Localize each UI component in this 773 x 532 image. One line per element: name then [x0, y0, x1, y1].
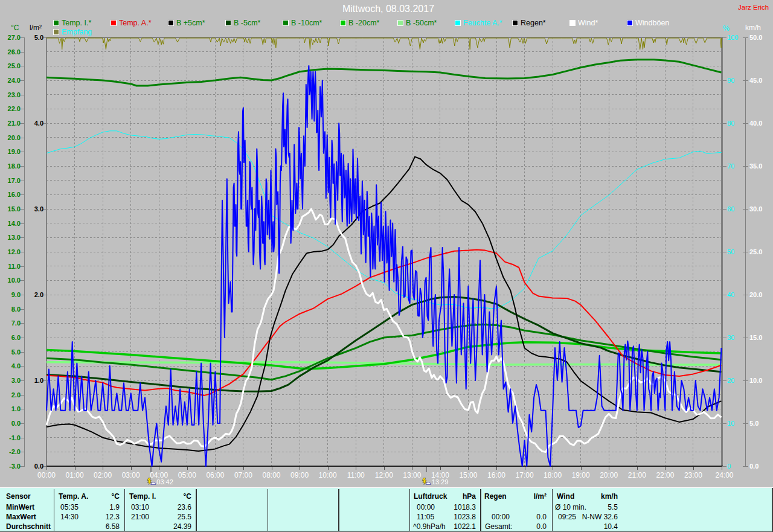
svg-text:Jarz Erich: Jarz Erich	[738, 4, 769, 11]
svg-text:00:00: 00:00	[492, 513, 510, 521]
svg-text:B -10cm*: B -10cm*	[291, 19, 322, 27]
svg-text:3.0: 3.0	[34, 205, 43, 213]
svg-text:Feuchte A.*: Feuchte A.*	[463, 19, 502, 27]
svg-text:km/h: km/h	[745, 24, 761, 32]
svg-text:-1.0: -1.0	[9, 434, 21, 441]
svg-text:0: 0	[727, 463, 731, 470]
svg-text:2.0: 2.0	[34, 291, 43, 298]
svg-text:50.0: 50.0	[749, 34, 762, 41]
svg-text:Mittwoch, 08.03.2017: Mittwoch, 08.03.2017	[342, 4, 434, 14]
svg-text:Temp. A.*: Temp. A.*	[119, 19, 152, 27]
svg-text:Luftdruck: Luftdruck	[414, 492, 447, 501]
svg-text:13.0: 13.0	[8, 234, 21, 241]
svg-text:^0.9hPa/h: ^0.9hPa/h	[413, 522, 446, 531]
svg-text:25.0: 25.0	[749, 248, 762, 255]
svg-text:B +5cm*: B +5cm*	[176, 19, 205, 27]
svg-text:12:00: 12:00	[375, 471, 393, 479]
svg-text:11:05: 11:05	[417, 513, 434, 521]
svg-text:B -5cm*: B -5cm*	[234, 19, 261, 27]
svg-text:5.0: 5.0	[749, 420, 759, 427]
svg-text:20:00: 20:00	[600, 471, 618, 479]
svg-text:16.0: 16.0	[8, 191, 21, 198]
svg-text:B -50cm*: B -50cm*	[406, 19, 437, 27]
svg-text:-3.0: -3.0	[9, 463, 21, 470]
svg-text:Temp. I.: Temp. I.	[129, 492, 156, 501]
svg-text:40.0: 40.0	[749, 120, 762, 127]
svg-text:7.0: 7.0	[11, 319, 21, 327]
svg-text:1.0: 1.0	[11, 405, 21, 412]
svg-text:21:00: 21:00	[628, 471, 646, 479]
svg-text:40: 40	[727, 291, 734, 298]
svg-text:18.0: 18.0	[8, 162, 21, 170]
svg-text:13:29: 13:29	[432, 478, 449, 486]
svg-text:%: %	[723, 24, 730, 33]
svg-text:6.58: 6.58	[106, 522, 120, 531]
svg-text:21:00: 21:00	[131, 513, 149, 521]
svg-text:Wind*: Wind*	[578, 19, 598, 27]
svg-text:0.0: 0.0	[749, 463, 759, 470]
svg-text:15:00: 15:00	[459, 471, 477, 479]
svg-text:4.0: 4.0	[11, 362, 21, 370]
svg-text:00:00: 00:00	[37, 471, 56, 479]
svg-text:14.0: 14.0	[8, 220, 21, 227]
svg-text:1.9: 1.9	[109, 503, 120, 511]
svg-text:5.5: 5.5	[608, 503, 618, 511]
svg-text:08:00: 08:00	[262, 471, 280, 479]
svg-text:19.0: 19.0	[8, 148, 21, 155]
svg-text:MaxWert: MaxWert	[6, 513, 36, 521]
svg-text:23.0: 23.0	[8, 91, 21, 98]
svg-text:MinWert: MinWert	[6, 503, 34, 511]
svg-text:05:00: 05:00	[178, 471, 196, 479]
svg-text:02:00: 02:00	[94, 471, 112, 479]
svg-text:6.0: 6.0	[11, 334, 21, 341]
svg-text:0.0: 0.0	[34, 463, 43, 470]
svg-text:3.0: 3.0	[11, 377, 21, 384]
svg-text:Regen*: Regen*	[521, 19, 546, 27]
svg-text:15.0: 15.0	[8, 205, 21, 213]
svg-text:10.4: 10.4	[604, 522, 618, 531]
svg-text:0.0: 0.0	[536, 513, 547, 521]
svg-text:2.0: 2.0	[11, 391, 21, 399]
svg-text:80: 80	[727, 120, 734, 127]
svg-text:26.0: 26.0	[8, 48, 21, 56]
svg-text:l/m²: l/m²	[30, 24, 42, 32]
svg-text:30.0: 30.0	[749, 205, 762, 213]
svg-text:22:00: 22:00	[656, 471, 674, 479]
svg-text:5.0: 5.0	[11, 348, 21, 356]
svg-text:30: 30	[727, 334, 734, 341]
svg-text:06:00: 06:00	[206, 471, 224, 479]
svg-text:03:42: 03:42	[156, 478, 173, 486]
svg-text:10.0: 10.0	[749, 377, 762, 384]
svg-text:N-NW 32.6: N-NW 32.6	[582, 513, 618, 521]
svg-text:Gesamt:: Gesamt:	[485, 522, 512, 531]
svg-text:09:00: 09:00	[290, 471, 309, 479]
svg-text:21.0: 21.0	[8, 120, 21, 127]
svg-text:Sensor: Sensor	[6, 492, 31, 501]
svg-text:17.0: 17.0	[8, 177, 21, 184]
svg-text:°C: °C	[184, 492, 192, 501]
svg-text:-2.0: -2.0	[9, 448, 21, 455]
svg-text:15.0: 15.0	[749, 334, 762, 341]
svg-text:07:00: 07:00	[234, 471, 252, 479]
svg-text:60: 60	[727, 205, 734, 213]
svg-text:Ø 10 min.: Ø 10 min.	[555, 503, 586, 511]
svg-text:18:00: 18:00	[544, 471, 562, 479]
svg-text:20: 20	[727, 377, 734, 384]
svg-text:70: 70	[727, 162, 734, 170]
svg-text:l/m²: l/m²	[534, 492, 547, 501]
svg-text:0.0: 0.0	[536, 522, 547, 531]
svg-text:11:00: 11:00	[347, 471, 365, 479]
svg-text:10.0: 10.0	[8, 277, 21, 284]
svg-text:23:00: 23:00	[684, 471, 702, 479]
svg-text:01:00: 01:00	[66, 471, 84, 479]
svg-text:1023.8: 1023.8	[454, 513, 476, 521]
svg-text:Windböen: Windböen	[635, 19, 669, 27]
svg-text:Empfang: Empfang	[62, 28, 92, 36]
svg-text:50: 50	[727, 248, 734, 255]
svg-text:Temp. I.*: Temp. I.*	[62, 19, 91, 27]
svg-text:hPa: hPa	[463, 492, 476, 501]
svg-text:Durchschnitt: Durchschnitt	[6, 522, 51, 531]
svg-text:45.0: 45.0	[749, 77, 762, 84]
svg-text:35.0: 35.0	[749, 162, 762, 170]
svg-text:5.0: 5.0	[34, 34, 43, 41]
